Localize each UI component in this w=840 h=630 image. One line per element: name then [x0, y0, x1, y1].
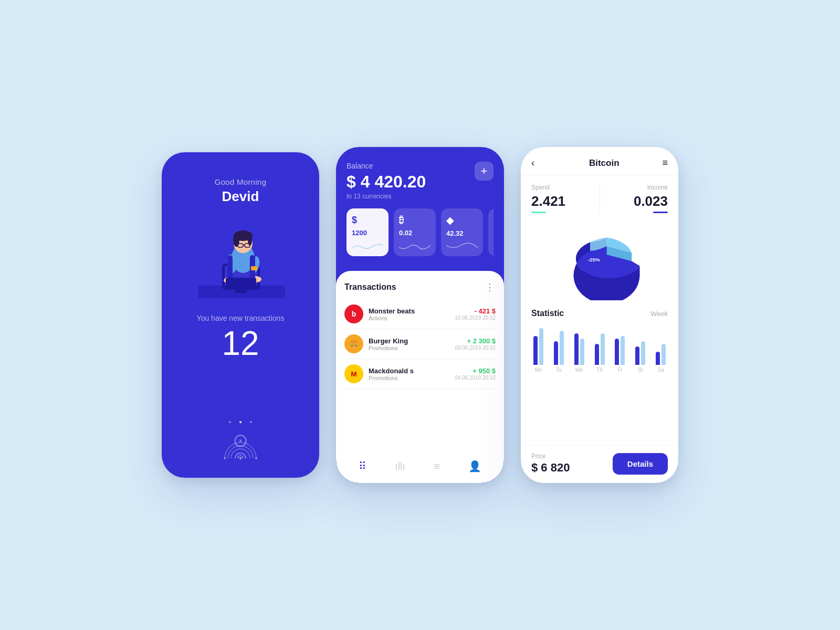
bar-label-fr: Fr	[617, 367, 622, 373]
tx-name-beats: Monster beats	[369, 307, 455, 315]
screen2-bottom: Transactions ⋮ b Monster beats Actions -…	[336, 271, 504, 483]
nav-profile-icon[interactable]: 👤	[464, 458, 486, 475]
phone-1: Good Morning Devid	[162, 152, 319, 478]
income-section: Income 0.023	[600, 184, 668, 213]
fingerprint-area: ⊙	[219, 421, 261, 461]
bar-th-light	[601, 333, 605, 365]
svg-text:🍔: 🍔	[350, 340, 359, 349]
bar-label-sa: Sa	[657, 367, 664, 373]
price-label: Price	[531, 453, 570, 460]
transactions-header: Transactions ⋮	[344, 281, 496, 293]
tx-logo-beats: b	[344, 304, 363, 323]
spend-section: Spend 2.421	[531, 184, 600, 213]
bar-mn-blue	[533, 336, 538, 365]
fingerprint-dots	[229, 421, 252, 423]
cc-icon-btc: ₿	[399, 215, 430, 226]
balance-label: Balance	[346, 162, 494, 170]
tx-info-mc: Mackdonald s Promotions	[369, 367, 455, 381]
cc-icon-usd: $	[352, 215, 383, 226]
dot-1	[229, 421, 231, 423]
bar-label-mn: Mn	[534, 367, 542, 373]
spend-income: Spend 2.421 Income 0.023	[521, 175, 678, 222]
bar-group-we: We	[572, 333, 586, 373]
price-value: $ 6 820	[531, 461, 570, 475]
user-name: Devid	[222, 188, 259, 205]
svg-rect-3	[235, 290, 247, 293]
svg-point-20	[239, 457, 242, 459]
add-button[interactable]: +	[475, 162, 494, 181]
bar-we-light	[580, 339, 584, 365]
currency-card-ltc[interactable]: Ł 132.32	[488, 208, 494, 256]
phone-3: ‹ Bitcoin ≡ Spend 2.421 Income 0.023	[521, 147, 678, 483]
tx-name-bk: Burger King	[369, 337, 455, 345]
bitcoin-header: ‹ Bitcoin ≡	[521, 147, 678, 175]
bar-st-blue	[635, 346, 639, 365]
tx-amount-mc: + 950 $	[455, 367, 496, 375]
illustration	[188, 217, 293, 301]
spend-value: 2.421	[531, 193, 591, 209]
tx-amount-area-mc: + 950 $ 04.08.2019 20:32	[455, 367, 496, 381]
transaction-item-beats[interactable]: b Monster beats Actions - 421 $ 10.08.20…	[344, 299, 496, 329]
more-options-icon[interactable]: ⋮	[485, 281, 496, 293]
pie-chart-container: -25%	[521, 222, 678, 309]
screen3: ‹ Bitcoin ≡ Spend 2.421 Income 0.023	[521, 147, 678, 483]
transaction-item-mc[interactable]: M Mackdonald s Promotions + 950 $ 04.08.…	[344, 359, 496, 389]
statistic-period: Week	[650, 310, 668, 318]
nav-menu-icon[interactable]: ≡	[429, 458, 444, 475]
svg-rect-18	[226, 278, 256, 288]
bar-sa-blue	[656, 352, 660, 365]
statistic-section: Statistic Week Mn	[521, 309, 678, 445]
back-button[interactable]: ‹	[531, 158, 546, 169]
bar-group-tu: Tu	[552, 331, 566, 373]
tx-logo-mc: M	[344, 364, 363, 383]
currency-card-eth[interactable]: ◆ 42.32	[441, 208, 483, 256]
details-button[interactable]: Details	[613, 453, 668, 475]
tx-logo-bk: 🍔	[344, 334, 363, 353]
bar-th-blue	[595, 344, 599, 365]
transaction-item-bk[interactable]: 🍔 Burger King Promotions + 2 300 $ 09.08…	[344, 329, 496, 359]
transaction-label: You have new transactions	[197, 314, 285, 322]
tx-info-bk: Burger King Promotions	[369, 337, 455, 351]
beats-icon: b	[349, 309, 359, 319]
svg-text:-25%: -25%	[588, 257, 600, 262]
svg-text:M: M	[351, 370, 356, 378]
tx-category-bk: Promotions	[369, 345, 455, 351]
screens-container: Good Morning Devid	[141, 116, 699, 514]
bar-tu-blue	[554, 341, 558, 365]
tx-category-beats: Actions	[369, 315, 455, 321]
screen2-top: Balance $ 4 420.20 In 13 currencies + $ …	[336, 147, 504, 271]
nav-grid-icon[interactable]: ⠿	[354, 458, 371, 475]
bar-chart: Mn Tu	[531, 326, 668, 373]
dot-2	[239, 421, 242, 423]
svg-text:b: b	[352, 310, 356, 318]
statistic-title: Statistic	[531, 309, 564, 318]
bar-fr-blue	[615, 339, 619, 365]
phone-2: Balance $ 4 420.20 In 13 currencies + $ …	[336, 147, 504, 483]
svg-rect-19	[251, 266, 257, 270]
tx-amount-bk: + 2 300 $	[455, 337, 496, 345]
income-label: Income	[608, 184, 668, 191]
cc-value-usd: 1200	[352, 229, 383, 237]
price-section: Price $ 6 820 Details	[521, 445, 678, 483]
bar-we-blue	[574, 333, 579, 365]
tx-date-mc: 04.08.2019 20:32	[455, 375, 496, 381]
bar-label-th: Th	[596, 367, 603, 373]
filter-icon[interactable]: ≡	[662, 158, 668, 169]
bar-group-sa: Sa	[654, 344, 668, 373]
bar-group-st: St	[633, 341, 647, 373]
bar-fr-light	[621, 336, 625, 365]
currency-card-usd[interactable]: $ 1200	[346, 208, 388, 256]
currencies-label: In 13 currencies	[346, 193, 494, 200]
tx-amount-area-bk: + 2 300 $ 09.08.2019 20:32	[455, 337, 496, 351]
bar-tu-light	[560, 331, 564, 365]
income-value: 0.023	[608, 193, 668, 209]
cc-wave-usd	[352, 241, 383, 251]
svg-point-21	[224, 457, 226, 459]
spend-bar	[531, 212, 546, 213]
price-info: Price $ 6 820	[531, 453, 570, 475]
bk-icon: 🍔	[349, 339, 359, 349]
currency-card-btc[interactable]: ₿ 0.02	[394, 208, 436, 256]
nav-chart-icon[interactable]: ıllı	[391, 458, 410, 475]
balance-amount: $ 4 420.20	[346, 172, 494, 192]
greeting-text: Good Morning	[215, 177, 267, 186]
